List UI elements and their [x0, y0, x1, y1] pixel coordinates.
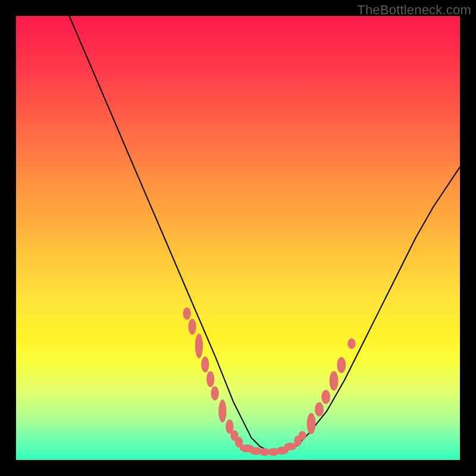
curve-marker — [347, 339, 355, 349]
curve-line — [70, 16, 461, 451]
watermark-text: TheBottleneck.com — [357, 2, 471, 18]
curve-marker — [201, 356, 209, 372]
curve-marker — [321, 390, 330, 404]
chart-frame: TheBottleneck.com — [0, 0, 476, 476]
curve-marker — [183, 307, 191, 320]
curve-marker — [337, 357, 346, 373]
chart-plot-area — [16, 16, 460, 460]
curve-marker — [218, 400, 226, 423]
curve-marker — [206, 371, 214, 387]
curve-marker — [299, 431, 306, 440]
curve-marker — [330, 371, 339, 391]
curve-marker — [211, 386, 219, 400]
curve-marker — [195, 333, 203, 358]
curve-marker — [189, 319, 196, 335]
curve-marker — [315, 402, 324, 416]
curve-marker — [307, 413, 316, 434]
curve-markers — [183, 307, 356, 456]
chart-svg — [16, 16, 460, 460]
